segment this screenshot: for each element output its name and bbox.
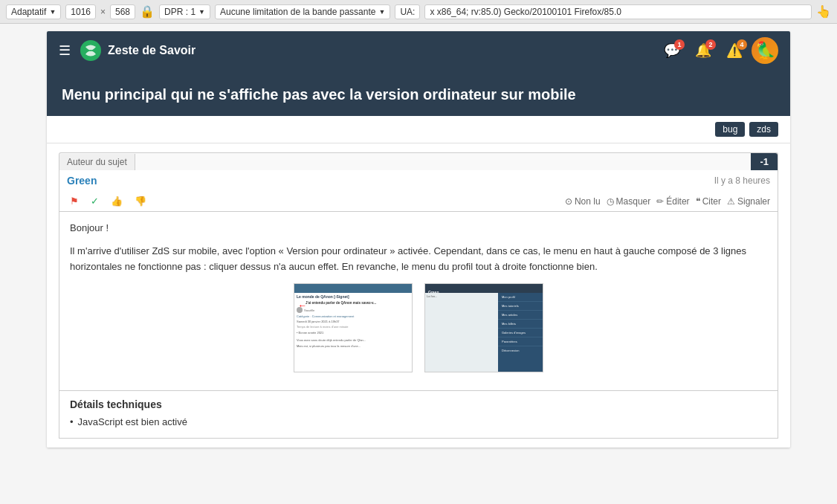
post-actions: ⚑ ✓ 👍 👎 ⊙ Non lu ◷ [59,191,778,212]
lock-icon[interactable]: 🔒 [140,4,155,19]
dislike-button[interactable]: 👎 [132,194,149,208]
hamburger-menu-icon[interactable]: ☰ [59,42,71,59]
sc1-readtime: Temps de lecture à moins d'une minute [294,324,412,329]
dpr-select[interactable]: DPR : 1 [159,4,210,19]
header-icons: 💬 1 🔔 2 ⚠️ 4 🦜 [658,37,778,64]
tags-row: bug zds [47,116,790,143]
sc2-main: La fon... [425,293,498,372]
site-header: ☰ Zeste de Savoir 💬 1 🔔 2 [47,31,790,70]
topic-header: Menu principal qui ne s'affiche pas avec… [47,70,790,116]
avatar-icon: 🦜 [755,41,775,60]
post-author-name[interactable]: Green [67,175,97,187]
post-content: Bonjour ! Il m'arrive d'utiliser ZdS sur… [59,212,778,391]
masquer-label: Masquer [616,196,651,207]
ua-label: UA: [395,4,420,19]
sc2-menu-item-6: Déconnexion [498,346,543,355]
sc1-content: ← J'ai entendu parler de QAnon mais save… [294,300,412,306]
edit-icon: ✏ [656,196,664,207]
sc2-menu: Mon profil Mes tutoriels Mes articles Me… [498,293,543,372]
sc1-date: Samedi 30 janvier 2021 à 19h37 [294,319,412,324]
post-area: Auteur du sujet -1 Green Il y a 8 heures… [47,143,790,448]
topic-title: Menu principal qui ne s'affiche pas avec… [62,85,775,104]
sc2-menu-item-3: Mes billets [498,320,543,329]
sc2-menu-item-5: Paramètres [498,337,543,346]
dimension-separator: × [100,7,106,17]
screenshot-2[interactable]: Green La fon... Mon profil Mes tutoriels… [424,283,543,372]
tag-zds[interactable]: zds [749,122,778,137]
bullet-icon: • [70,416,74,427]
width-input[interactable]: 1016 [65,4,96,19]
page-wrapper: ☰ Zeste de Savoir 💬 1 🔔 2 [0,24,837,504]
thumbdown-icon: 👎 [135,196,146,207]
validate-button[interactable]: ✓ [88,194,102,208]
svg-point-0 [80,40,101,61]
ua-value[interactable]: x x86_64; rv:85.0) Gecko/20100101 Firefo… [424,4,812,19]
logo-container: Zeste de Savoir [80,39,658,62]
browser-toolbar: Adaptatif 1016 × 568 🔒 DPR : 1 Aucune li… [0,0,837,24]
masquer-button[interactable]: ◷ Masquer [607,196,651,207]
sc1-header [294,284,412,293]
height-input[interactable]: 568 [110,4,135,19]
alerts-button[interactable]: ⚠️ 4 [720,38,749,63]
alerts-badge: 4 [737,39,747,50]
tag-bug[interactable]: bug [715,122,745,137]
sc1-title: Le monde de QAnon [-Signet] [294,293,412,300]
post-time: Il y a 8 heures [714,175,770,186]
action-btn-right: ⊙ Non lu ◷ Masquer ✏ Éditer ❝ Citer [565,196,770,207]
post-author-label: Auteur du sujet [59,154,135,170]
sc1-body: • Bonne année 2021 [294,329,412,337]
detail-item-0: • JavaScript est bien activé [70,416,767,427]
post-images: Le monde de QAnon [-Signet] ← J'ai enten… [70,283,767,372]
site-name[interactable]: Zeste de Savoir [108,44,195,57]
non-lu-button[interactable]: ⊙ Non lu [565,196,601,207]
eye-icon: ⊙ [565,196,572,207]
sc1-meta: Sasofile [294,306,412,314]
flag-button[interactable]: ⚑ [67,194,82,208]
like-button[interactable]: 👍 [108,194,126,208]
sc2-header: Green [425,284,543,293]
post-greeting: Bonjour ! [70,221,767,236]
screenshot-1[interactable]: Le monde de QAnon [-Signet] ← J'ai enten… [294,283,413,372]
details-title: Détails techniques [70,398,767,410]
editer-label: Éditer [666,196,689,207]
site-logo[interactable] [80,39,102,62]
sc1-article-title: J'ai entendu parler de QAnon mais savez-… [297,301,410,306]
thumbup-icon: 👍 [111,196,123,207]
sc2-menu-item-2: Mes articles [498,311,543,320]
post-vote: -1 [751,153,778,170]
signaler-label: Signaler [737,196,770,207]
sc2-menu-item-0: Mon profil [498,293,543,302]
sc1-cat: Catégorie : Communication et management [294,314,412,319]
sc2-menu-item-1: Mes tutoriels [498,302,543,311]
touch-icon[interactable]: 👆 [816,4,831,19]
post-author-bar: Auteur du sujet -1 [59,152,778,170]
citer-label: Citer [702,196,721,207]
details-section: Détails techniques • JavaScript est bien… [59,391,778,439]
non-lu-label: Non lu [575,196,601,207]
post-body: Il m'arrive d'utiliser ZdS sur mobile, a… [70,244,767,275]
site-container: ☰ Zeste de Savoir 💬 1 🔔 2 [47,31,790,448]
quote-icon: ❝ [696,196,700,207]
sc2-main-text: La fon... [427,294,497,299]
notifications-button[interactable]: 🔔 2 [689,38,717,63]
flag-icon: ⚑ [70,196,79,207]
signaler-button[interactable]: ⚠ Signaler [727,196,770,207]
notifications-badge: 2 [705,39,716,50]
bandwidth-select[interactable]: Aucune limitation de la bande passante [215,4,390,19]
chat-button[interactable]: 💬 1 [658,38,686,63]
hide-icon: ◷ [607,196,614,207]
avatar[interactable]: 🦜 [752,37,778,64]
editer-button[interactable]: ✏ Éditer [656,196,689,207]
citer-button[interactable]: ❝ Citer [696,196,721,207]
chat-badge: 1 [674,39,685,50]
sc1-arrow: ← [298,300,307,311]
post-meta: Green Il y a 8 heures [59,170,778,191]
sc1-body2: Vous avez sans doute déjà entendu parler… [294,337,412,343]
responsive-select[interactable]: Adaptatif [6,4,61,19]
sc2-menu-item-4: Galeries d'images [498,329,543,337]
check-icon: ✓ [91,196,99,207]
detail-text-0: JavaScript est bien activé [78,416,187,427]
sc2-content: La fon... Mon profil Mes tutoriels Mes a… [425,293,543,372]
sc1-body3: Mais est, si plusieurs pas tous la mesur… [294,343,412,349]
signal-icon: ⚠ [727,196,735,207]
